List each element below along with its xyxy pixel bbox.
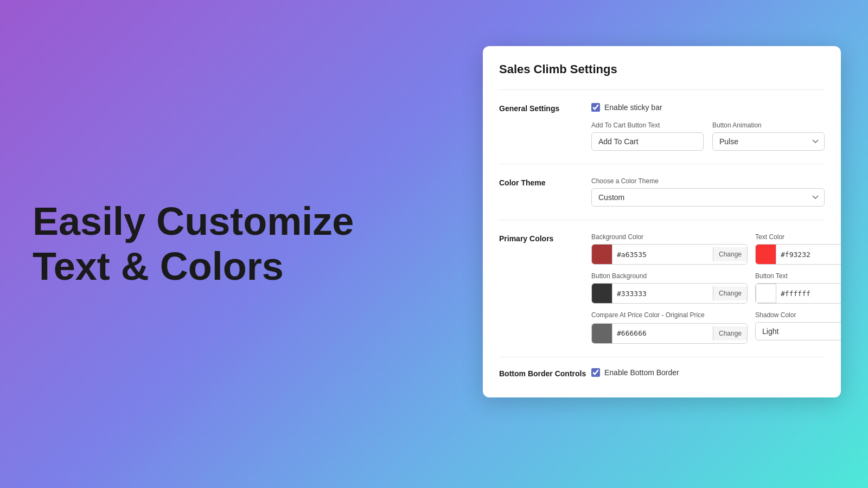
colors-grid: Background Color Change Text Color Chang… [591,233,841,344]
button-animation-select[interactable]: None Pulse Shake Bounce [712,132,825,151]
sticky-bar-checkbox-row: Enable sticky bar [591,103,825,112]
compare-price-input-row: Change [591,323,748,344]
bottom-border-content: Enable Bottom Border [591,368,825,387]
text-color-group: Text Color Change [755,233,841,265]
shadow-color-group: Shadow Color None Light Medium Dark [755,311,841,344]
background-color-change-btn[interactable]: Change [713,247,747,261]
sticky-bar-checkbox[interactable] [591,103,600,112]
sticky-bar-label: Enable sticky bar [604,103,662,112]
button-background-hex[interactable] [612,290,713,298]
button-text-group: Button Text Change [755,272,841,304]
general-settings-content: Enable sticky bar Add To Cart Button Tex… [591,103,825,151]
choose-color-theme-label: Choose a Color Theme [591,177,825,185]
bottom-border-section: Bottom Border Controls Enable Bottom Bor… [499,357,825,397]
general-settings-section: General Settings Enable sticky bar Add T… [499,89,825,164]
background-color-label: Background Color [591,233,748,241]
button-background-swatch [592,284,612,303]
color-theme-content: Choose a Color Theme Default Custom Ligh… [591,177,825,207]
color-theme-select[interactable]: Default Custom Light Dark [591,188,825,207]
add-to-cart-group: Add To Cart Button Text [591,121,704,151]
shadow-color-label: Shadow Color [755,311,841,319]
add-to-cart-input[interactable] [591,132,704,151]
bottom-border-checkbox[interactable] [591,368,600,377]
button-text-swatch [756,284,776,303]
text-color-hex[interactable] [776,251,841,259]
button-animation-label: Button Animation [712,121,825,129]
hero-line2: Text & Colors [33,244,391,289]
button-text-hex[interactable] [776,290,841,298]
hero-line1: Easily Customize [33,199,391,244]
compare-price-swatch [592,324,612,343]
button-background-input-row: Change [591,283,748,304]
shadow-color-select[interactable]: None Light Medium Dark [755,322,841,341]
compare-price-label: Compare At Price Color - Original Price [591,311,748,320]
button-background-group: Button Background Change [591,272,748,304]
text-color-label: Text Color [755,233,841,241]
button-background-label: Button Background [591,272,748,280]
hero-text: Easily Customize Text & Colors [33,199,391,289]
text-color-swatch [756,245,776,264]
background-color-swatch [592,245,612,264]
button-animation-group: Button Animation None Pulse Shake Bounce [712,121,825,151]
general-settings-label: General Settings [499,103,591,151]
color-theme-section: Color Theme Choose a Color Theme Default… [499,164,825,220]
background-color-hex[interactable] [612,251,713,259]
background-color-group: Background Color Change [591,233,748,265]
background-color-input-row: Change [591,244,748,265]
primary-colors-content: Background Color Change Text Color Chang… [591,233,841,344]
bottom-border-enable-label: Enable Bottom Border [604,368,679,377]
add-to-cart-label: Add To Cart Button Text [591,121,704,129]
bottom-border-label: Bottom Border Controls [499,368,591,387]
color-theme-group: Choose a Color Theme Default Custom Ligh… [591,177,825,207]
primary-colors-section: Primary Colors Background Color Change T… [499,220,825,357]
button-text-label: Button Text [755,272,841,280]
button-text-input-row: Change [755,283,841,304]
settings-panel: Sales Climb Settings General Settings En… [483,46,841,397]
compare-price-hex[interactable] [612,329,713,337]
text-color-input-row: Change [755,244,841,265]
panel-title: Sales Climb Settings [499,62,825,76]
compare-price-group: Compare At Price Color - Original Price … [591,311,748,344]
color-theme-label: Color Theme [499,177,591,207]
compare-price-change-btn[interactable]: Change [713,326,747,341]
general-settings-form-grid: Add To Cart Button Text Button Animation… [591,121,825,151]
enable-bottom-border-row: Enable Bottom Border [591,368,825,377]
button-background-change-btn[interactable]: Change [713,286,747,300]
primary-colors-label: Primary Colors [499,233,591,344]
